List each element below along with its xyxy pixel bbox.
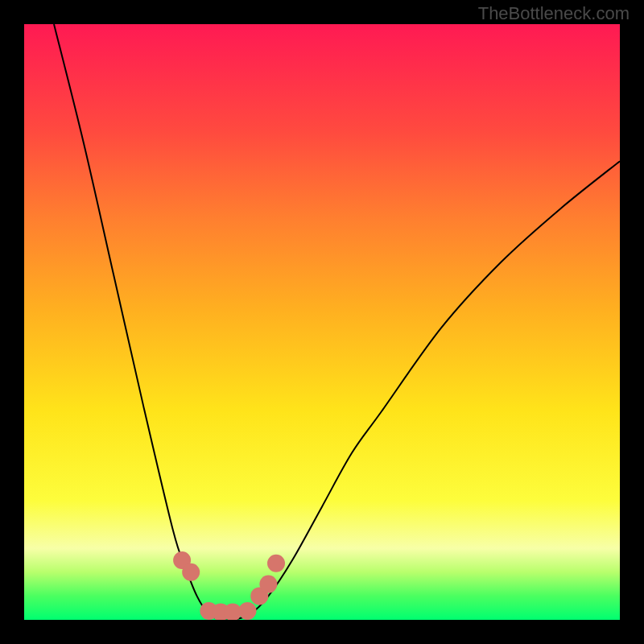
plot-area [24,24,620,620]
highlight-markers [173,551,285,620]
bottleneck-curve [54,24,620,620]
marker-point [182,564,200,581]
chart-svg [24,24,620,620]
marker-point [259,576,277,593]
marker-point [267,555,285,572]
watermark-text: TheBottleneck.com [478,3,630,24]
marker-point [239,602,257,620]
